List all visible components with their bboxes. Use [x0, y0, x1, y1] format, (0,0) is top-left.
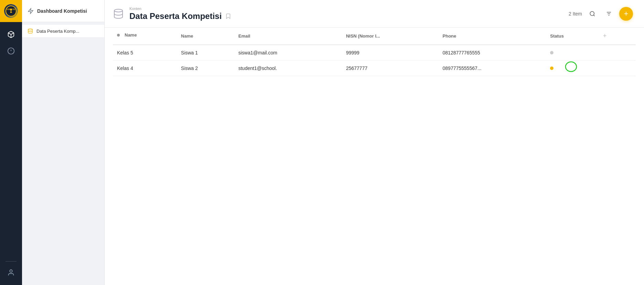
add-button[interactable]: +	[619, 7, 633, 21]
svg-point-12	[590, 11, 594, 16]
content-database-icon	[113, 8, 124, 19]
cell-name2: Siswa 2	[177, 61, 234, 76]
cell-status	[546, 45, 596, 61]
cell-nisn: 25677777	[342, 61, 439, 76]
svg-point-17	[566, 62, 577, 72]
header-left: Konten Data Peserta Kompetisi	[113, 7, 231, 21]
cell-email: siswa1@mail.com	[234, 45, 342, 61]
table-row[interactable]: Kelas 4Siswa 2student1@school.2567777708…	[113, 61, 636, 76]
table-container: Name Name Email NISN (Nomor I... Phone S…	[105, 28, 644, 285]
col-header-name2: Name	[177, 28, 234, 45]
cell-empty	[596, 61, 636, 76]
cell-name1: Kelas 5	[113, 45, 177, 61]
col-header-name1: Name	[113, 28, 177, 42]
sidebar-item-cube[interactable]	[4, 28, 18, 41]
col-header-email: Email	[234, 28, 342, 45]
sidebar-left: KOMPETISI	[0, 0, 22, 285]
sidebar-second: Dashboard Kompetisi Data Peserta Komp...	[22, 0, 105, 285]
svg-point-8	[10, 270, 12, 272]
status-dot	[550, 67, 553, 70]
svg-marker-9	[28, 8, 33, 13]
sidebar-item-info[interactable]	[4, 44, 18, 58]
sidebar-divider	[6, 261, 17, 262]
sidebar-bottom	[4, 260, 18, 285]
bookmark-icon[interactable]	[225, 13, 231, 19]
add-column-button[interactable]: +	[600, 32, 610, 40]
col-indicator-icon	[117, 34, 120, 37]
cell-email: student1@school.	[234, 61, 342, 76]
sidebar-menu: Data Peserta Komp...	[22, 22, 104, 40]
table-row[interactable]: Kelas 5Siswa 1siswa1@mail.com99999081287…	[113, 45, 636, 61]
cell-nisn: 99999	[342, 45, 439, 61]
data-table: Name Name Email NISN (Nomor I... Phone S…	[113, 28, 636, 76]
filter-button[interactable]	[603, 8, 615, 20]
svg-line-13	[593, 15, 594, 16]
cell-status	[546, 61, 596, 76]
page-title: Data Peserta Kompetisi	[129, 11, 231, 21]
col-header-status: Status	[546, 28, 596, 45]
col-header-add: +	[596, 28, 636, 45]
search-button[interactable]	[586, 8, 599, 20]
breadcrumb: Konten	[129, 7, 231, 11]
main-content: Konten Data Peserta Kompetisi 2 Item	[105, 0, 644, 285]
sidebar-header: Dashboard Kompetisi	[22, 0, 104, 22]
cell-phone: 08128777765555	[439, 45, 546, 61]
header-right: 2 Item +	[569, 7, 633, 21]
svg-point-10	[28, 29, 32, 30]
cell-phone: 0897775555567...	[439, 61, 546, 76]
sidebar-nav	[0, 22, 22, 260]
header-title-group: Konten Data Peserta Kompetisi	[129, 7, 231, 21]
cell-name2: Siswa 1	[177, 45, 234, 61]
menu-item-label: Data Peserta Komp...	[36, 29, 79, 34]
sidebar-item-user[interactable]	[4, 266, 18, 279]
col-header-phone: Phone	[439, 28, 546, 45]
logo-button[interactable]: KOMPETISI	[0, 0, 22, 22]
main-header: Konten Data Peserta Kompetisi 2 Item	[105, 0, 644, 28]
database-icon	[28, 28, 33, 34]
table-header-row: Name Name Email NISN (Nomor I... Phone S…	[113, 28, 636, 45]
cell-name1: Kelas 4	[113, 61, 177, 76]
svg-point-11	[114, 9, 123, 12]
dashboard-icon	[28, 8, 34, 14]
status-dot	[550, 51, 553, 54]
cell-empty	[596, 45, 636, 61]
table-body: Kelas 5Siswa 1siswa1@mail.com99999081287…	[113, 45, 636, 76]
svg-point-3	[10, 9, 12, 11]
sidebar-item-data-peserta[interactable]: Data Peserta Komp...	[22, 25, 104, 38]
logo-image: KOMPETISI	[4, 4, 18, 18]
col-header-nisn: NISN (Nomor I...	[342, 28, 439, 45]
sidebar-dashboard-title: Dashboard Kompetisi	[37, 8, 87, 14]
circle-annotation	[563, 59, 579, 74]
item-count: 2 Item	[569, 11, 582, 17]
